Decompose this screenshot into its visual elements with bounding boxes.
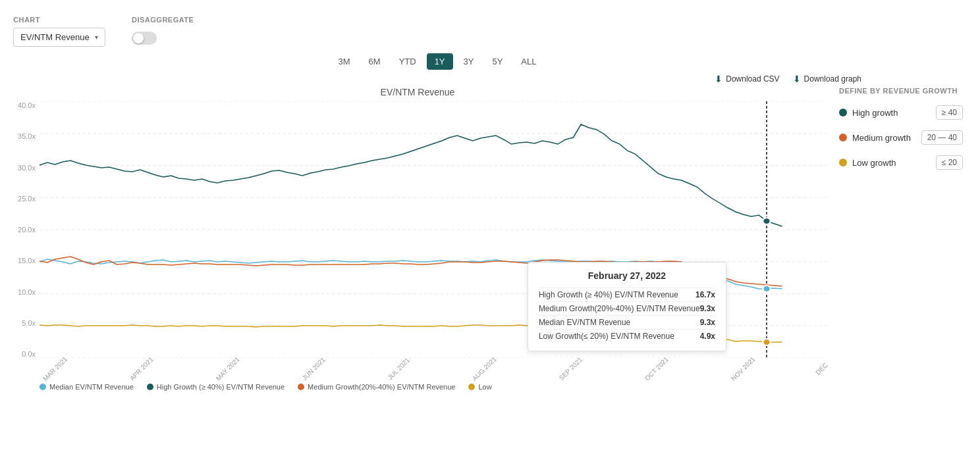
legend-low: Low: [468, 383, 491, 391]
top-controls: CHART EV/NTM Revenue ▾ DISAGGREGATE: [0, 11, 980, 47]
download-row: ⬇ Download CSV ⬇ Download graph: [0, 74, 868, 84]
growth-dot-low: [839, 159, 847, 166]
legend-dot-medium: [298, 384, 304, 390]
time-btn-3m[interactable]: 3M: [331, 53, 358, 70]
tooltip-label-median: Median EV/NTM Revenue: [539, 318, 630, 327]
tooltip-val-medium: 9.3x: [700, 304, 715, 313]
csv-download-icon: ⬇: [715, 74, 722, 84]
growth-range-high: ≥ 40: [936, 105, 963, 120]
chart-area: EV/NTM Revenue 40.0x 35.0x 30.0x 25.0x 2…: [7, 87, 829, 391]
y-label-35: 35.0x: [18, 132, 36, 140]
chart-tooltip: February 27, 2022 High Growth (≥ 40%) EV…: [528, 262, 726, 351]
tooltip-val-high: 16.7x: [695, 290, 715, 299]
tooltip-row-median: Median EV/NTM Revenue 9.3x: [539, 315, 715, 329]
download-csv-button[interactable]: ⬇ Download CSV: [715, 74, 779, 84]
growth-label-low: Low growth: [852, 158, 931, 168]
y-label-30: 30.0x: [18, 164, 36, 172]
legend: Median EV/NTM Revenue High Growth (≥ 40%…: [7, 378, 829, 391]
end-dot-low: [763, 339, 771, 345]
x-label-jun21: JUN 2021: [301, 355, 327, 381]
legend-label-low: Low: [478, 383, 491, 391]
growth-item-medium: Medium growth 20 — 40: [839, 130, 963, 145]
legend-high: High Growth (≥ 40%) EV/NTM Revenue: [147, 383, 285, 391]
end-dot-median: [763, 286, 771, 292]
disaggregate-label: DISAGGREGATE: [132, 16, 194, 24]
tooltip-row-low: Low Growth(≤ 20%) EV/NTM Revenue 4.9x: [539, 329, 715, 343]
growth-item-low: Low growth ≤ 20: [839, 155, 963, 170]
download-csv-label: Download CSV: [726, 74, 779, 84]
disaggregate-toggle[interactable]: [132, 32, 157, 45]
tooltip-date: February 27, 2022: [539, 270, 715, 281]
legend-label-median: Median EV/NTM Revenue: [49, 383, 134, 391]
growth-item-high: High growth ≥ 40: [839, 105, 963, 120]
graph-download-icon: ⬇: [793, 74, 801, 84]
legend-medium: Medium Growth(20%-40%) EV/NTM Revenue: [298, 383, 455, 391]
legend-dot-low: [468, 384, 475, 390]
chevron-down-icon: ▾: [95, 34, 98, 41]
y-label-20: 20.0x: [18, 226, 36, 234]
x-label-sep21: SEP 2021: [557, 355, 583, 381]
time-btn-all[interactable]: ALL: [513, 53, 544, 70]
y-label-10: 10.0x: [18, 288, 36, 296]
disaggregate-control-group: DISAGGREGATE: [132, 16, 194, 45]
time-range-buttons: 3M 6M YTD 1Y 3Y 5Y ALL: [0, 53, 875, 70]
legend-dot-median: [40, 384, 46, 390]
download-graph-label: Download graph: [804, 74, 861, 84]
tooltip-label-medium: Medium Growth(20%-40%) EV/NTM Revenue: [539, 304, 700, 313]
main-content: EV/NTM Revenue 40.0x 35.0x 30.0x 25.0x 2…: [0, 87, 980, 391]
time-btn-6m[interactable]: 6M: [361, 53, 389, 70]
legend-median: Median EV/NTM Revenue: [40, 383, 134, 391]
legend-label-high: High Growth (≥ 40%) EV/NTM Revenue: [157, 383, 285, 391]
time-btn-1y[interactable]: 1Y: [427, 53, 453, 70]
chart-select-value: EV/NTM Revenue: [20, 32, 90, 42]
growth-label-medium: Medium growth: [852, 133, 916, 143]
y-label-0: 0.0x: [22, 350, 36, 358]
tooltip-label-high: High Growth (≥ 40%) EV/NTM Revenue: [539, 290, 678, 299]
main-container: CHART EV/NTM Revenue ▾ DISAGGREGATE 3M 6…: [0, 0, 980, 454]
chart-title: EV/NTM Revenue: [7, 87, 829, 97]
growth-label-high: High growth: [852, 108, 931, 118]
y-label-15: 15.0x: [18, 257, 36, 265]
x-label-dec: DEC: [814, 361, 829, 376]
tooltip-row-medium: Medium Growth(20%-40%) EV/NTM Revenue 9.…: [539, 301, 715, 315]
chart-label: CHART: [13, 16, 105, 24]
growth-range-low: ≤ 20: [936, 155, 963, 170]
growth-dot-high: [839, 109, 847, 116]
panel-title: DEFINE BY REVENUE GROWTH: [839, 87, 963, 95]
tooltip-label-low: Low Growth(≤ 20%) EV/NTM Revenue: [539, 332, 674, 341]
download-graph-button[interactable]: ⬇ Download graph: [793, 74, 861, 84]
growth-range-medium: 20 — 40: [921, 130, 963, 145]
legend-dot-high: [147, 384, 153, 390]
y-label-25: 25.0x: [18, 195, 36, 203]
end-dot-high: [763, 218, 771, 224]
growth-dot-medium: [839, 134, 847, 141]
tooltip-val-low: 4.9x: [700, 332, 715, 341]
y-label-5: 5.0x: [22, 319, 36, 327]
tooltip-val-median: 9.3x: [700, 318, 715, 327]
x-label-jul21: JUL 2021: [386, 356, 411, 381]
tooltip-row-high: High Growth (≥ 40%) EV/NTM Revenue 16.7x: [539, 288, 715, 301]
right-panel: DEFINE BY REVENUE GROWTH High growth ≥ 4…: [829, 87, 973, 391]
chart-control-group: CHART EV/NTM Revenue ▾: [13, 16, 105, 47]
time-btn-ytd[interactable]: YTD: [391, 53, 424, 70]
x-axis: MAR 2021 APR 2021 MAY 2021 JUN 2021 JUL …: [40, 359, 829, 378]
time-btn-3y[interactable]: 3Y: [456, 53, 482, 70]
legend-label-medium: Medium Growth(20%-40%) EV/NTM Revenue: [308, 383, 455, 391]
y-axis: 40.0x 35.0x 30.0x 25.0x 20.0x 15.0x 10.0…: [7, 101, 40, 358]
chart-select-dropdown[interactable]: EV/NTM Revenue ▾: [13, 28, 105, 47]
time-btn-5y[interactable]: 5Y: [484, 53, 510, 70]
y-label-40: 40.0x: [18, 101, 36, 109]
